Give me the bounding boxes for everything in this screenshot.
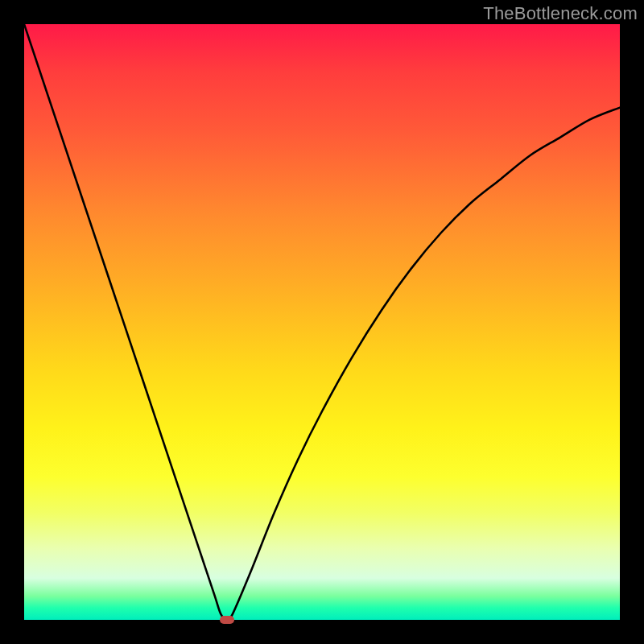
plot-area — [24, 24, 620, 620]
bottleneck-curve — [24, 24, 620, 620]
chart-frame: TheBottleneck.com — [0, 0, 644, 644]
watermark-text: TheBottleneck.com — [483, 3, 638, 24]
minimum-marker — [220, 616, 234, 624]
